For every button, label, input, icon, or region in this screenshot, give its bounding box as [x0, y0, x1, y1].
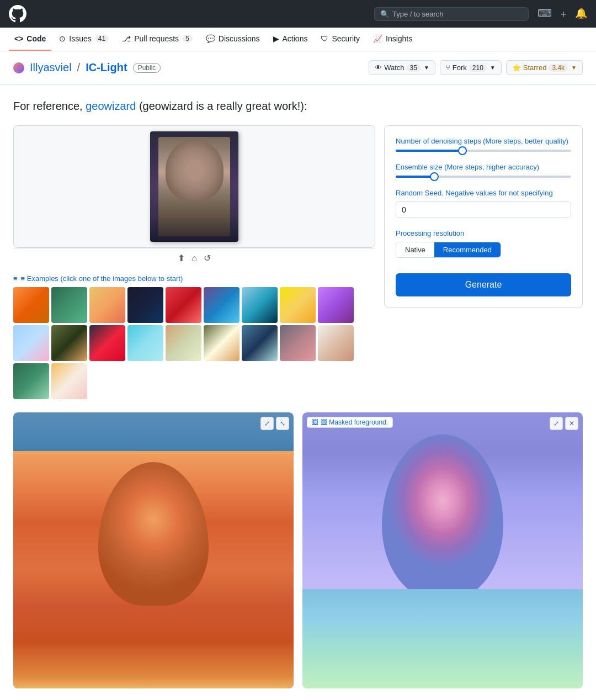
repo-title-container: Illyasviel / IC-Light Public [13, 61, 161, 74]
tab-code-label: Code [26, 34, 46, 43]
left-column: ⬆ ⌂ ↺ ≡ ≡ Examples (click one of the ima… [13, 125, 375, 399]
watch-button[interactable]: 👁 Watch 35 ▼ [369, 60, 435, 75]
eye-icon: 👁 [375, 63, 382, 72]
repo-name[interactable]: IC-Light [86, 61, 127, 74]
star-label: Starred [523, 63, 547, 72]
example-thumb-8[interactable] [318, 287, 354, 323]
examples-grid [13, 287, 375, 399]
tab-discussions[interactable]: 💬 Discussions [200, 28, 265, 51]
masked-foreground-label: 🖼 🖼 Masked foreground. [307, 417, 393, 428]
upload-prev-button[interactable]: ⬆ [178, 253, 185, 263]
processing-resolution-label: Processing resolution [396, 229, 571, 237]
example-thumb-11[interactable] [89, 325, 125, 361]
description-prefix: For reference, [13, 100, 86, 112]
seed-input[interactable] [396, 201, 571, 218]
upload-refresh-button[interactable]: ↺ [204, 253, 211, 263]
example-thumb-3[interactable] [127, 287, 163, 323]
description: For reference, geowizard (geowizard is a… [13, 98, 583, 114]
image-small-icon: 🖼 [312, 418, 318, 426]
left-image-download-button[interactable]: ⤡ [276, 417, 289, 430]
bottom-images: ⤢ ⤡ ⤢ ✕ 🖼 🖼 Masked foreground. [13, 412, 583, 688]
denoising-slider-thumb[interactable] [458, 146, 467, 155]
tab-insights-label: Insights [386, 34, 412, 43]
issues-badge: 41 [95, 35, 109, 43]
examples-label: ≡ ≡ Examples (click one of the images be… [13, 274, 375, 283]
right-image-controls: ⤢ ✕ [550, 417, 578, 430]
example-thumb-14[interactable] [204, 325, 240, 361]
result-image-left-container: ⤢ ⤡ [13, 412, 294, 688]
example-thumb-15[interactable] [242, 325, 278, 361]
tab-security[interactable]: 🛡 Security [315, 28, 365, 51]
fork-label: Fork [453, 63, 467, 72]
recommended-toggle-button[interactable]: Recommended [434, 242, 501, 257]
generate-button[interactable]: Generate [396, 273, 571, 296]
code-icon: <> [14, 34, 23, 43]
native-toggle-button[interactable]: Native [396, 242, 434, 257]
left-image-expand-button[interactable]: ⤢ [260, 417, 274, 430]
tab-actions[interactable]: ▶ Actions [268, 28, 313, 51]
example-thumb-6[interactable] [242, 287, 278, 323]
terminal-icon[interactable]: ⌨ [538, 7, 552, 20]
example-thumb-4[interactable] [166, 287, 201, 323]
example-thumb-19[interactable] [51, 363, 87, 399]
tab-insights[interactable]: 📈 Insights [368, 28, 418, 51]
ensemble-slider-fill [396, 176, 434, 178]
tab-pullrequests[interactable]: ⎇ Pull requests 5 [116, 28, 198, 51]
example-thumb-10[interactable] [51, 325, 87, 361]
example-thumb-12[interactable] [127, 325, 163, 361]
repo-icon [13, 62, 24, 73]
ensemble-slider-container: Ensemble size (More steps, higher accura… [396, 163, 571, 178]
example-thumb-16[interactable] [280, 325, 316, 361]
ensemble-label: Ensemble size (More steps, higher accura… [396, 163, 571, 171]
discussions-icon: 💬 [206, 34, 215, 43]
star-button[interactable]: ⭐ Starred 3.4k ▼ [506, 60, 583, 75]
fork-button[interactable]: ⑂ Fork 210 ▼ [440, 60, 502, 75]
two-column-layout: ⬆ ⌂ ↺ ≡ ≡ Examples (click one of the ima… [13, 125, 583, 399]
example-thumb-17[interactable] [318, 325, 354, 361]
tab-actions-label: Actions [283, 34, 308, 43]
upload-home-button[interactable]: ⌂ [191, 253, 197, 263]
pr-badge: 5 [182, 35, 193, 43]
examples-section: ≡ ≡ Examples (click one of the images be… [13, 274, 375, 399]
resolution-toggle-group: Native Recommended [396, 242, 501, 258]
repo-header: Illyasviel / IC-Light Public 👁 Watch 35 … [0, 51, 596, 84]
geowizard-link[interactable]: geowizard [86, 100, 136, 112]
example-thumb-5[interactable] [204, 287, 240, 323]
plus-icon[interactable]: ＋ [558, 7, 568, 20]
example-thumb-9[interactable] [13, 325, 49, 361]
notification-icon[interactable]: 🔔 [575, 7, 587, 20]
denoising-slider-track[interactable] [396, 150, 571, 152]
ensemble-slider-thumb[interactable] [430, 172, 439, 181]
tab-pr-label: Pull requests [134, 34, 179, 43]
fork-icon: ⑂ [446, 63, 450, 72]
repo-actions: 👁 Watch 35 ▼ ⑂ Fork 210 ▼ ⭐ Starred 3.4k… [369, 60, 583, 75]
ensemble-slider-track[interactable] [396, 176, 571, 178]
example-thumb-13[interactable] [166, 325, 201, 361]
security-icon: 🛡 [321, 34, 328, 43]
right-image-expand-button[interactable]: ⤢ [550, 417, 563, 430]
example-thumb-0[interactable] [13, 287, 49, 323]
github-logo[interactable] [9, 5, 26, 23]
pr-icon: ⎇ [122, 34, 131, 43]
tab-issues[interactable]: ⊙ Issues 41 [54, 28, 114, 51]
search-bar[interactable]: 🔍 Type / to search [374, 7, 529, 21]
masked-label-text: 🖼 Masked foreground. [321, 418, 388, 426]
repo-visibility: Public [133, 63, 161, 73]
right-image-close-button[interactable]: ✕ [565, 417, 578, 430]
image-upload-area[interactable] [13, 125, 375, 248]
example-thumb-7[interactable] [280, 287, 316, 323]
fork-chevron-icon: ▼ [490, 65, 496, 71]
description-suffix: (geowizard is a really great work!): [136, 100, 307, 112]
result-image-right-container: ⤢ ✕ 🖼 🖼 Masked foreground. [302, 412, 583, 688]
watch-chevron-icon: ▼ [424, 65, 429, 71]
example-thumb-2[interactable] [89, 287, 125, 323]
repo-slash: / [77, 61, 81, 74]
tab-code[interactable]: <> Code [9, 28, 51, 51]
main-content: For reference, geowizard (geowizard is a… [0, 84, 596, 700]
repo-owner[interactable]: Illyasviel [30, 61, 72, 74]
watch-label: Watch [384, 63, 404, 72]
actions-icon: ▶ [273, 34, 279, 43]
example-thumb-18[interactable] [13, 363, 49, 399]
insights-icon: 📈 [373, 34, 382, 43]
example-thumb-1[interactable] [51, 287, 87, 323]
